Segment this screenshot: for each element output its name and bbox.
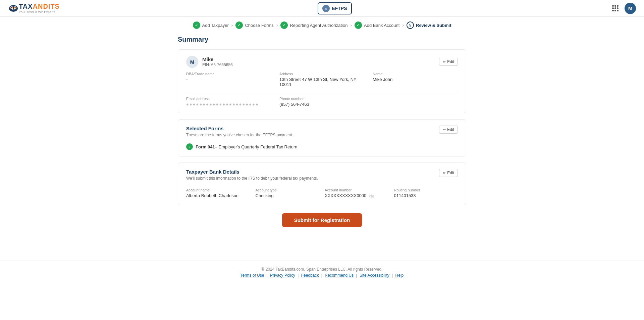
page-title: Summary xyxy=(178,36,466,43)
forms-pencil-icon: ✏ xyxy=(443,128,446,132)
step-check-add-taxpayer: ✓ xyxy=(193,21,200,29)
submit-button[interactable]: Submit for Registration xyxy=(282,213,362,227)
form-check-icon: ✓ xyxy=(186,143,193,150)
account-name-item: Account name Alberta Bobbeth Charleson xyxy=(186,188,250,199)
name-value: Mike John xyxy=(373,77,458,82)
site-accessibility-link[interactable]: Site Accessibility xyxy=(360,273,389,278)
grid-menu-button[interactable] xyxy=(610,3,621,14)
divider xyxy=(186,92,458,92)
step-arrow-1: › xyxy=(231,22,233,28)
step-arrow-4: › xyxy=(402,22,404,28)
account-name-value: Alberta Bobbeth Charleson xyxy=(186,193,250,198)
step-label-add-taxpayer: Add Taxpayer xyxy=(202,23,229,28)
form-941-item: ✓ Form 941– Employer's Quarterly Federal… xyxy=(186,143,458,150)
dba-label: DBA/Trade name xyxy=(186,72,271,76)
step-num-review-submit: 5 xyxy=(407,21,414,29)
forms-title-group: Selected Forms These are the forms you'v… xyxy=(186,126,293,141)
help-link[interactable]: Help xyxy=(395,273,404,278)
form-label: Form 941– Employer's Quarterly Federal T… xyxy=(196,144,298,149)
bank-pencil-icon: ✏ xyxy=(443,171,446,175)
account-number-value: XXXXXXXXXXX0000 xyxy=(325,193,389,199)
address-label: Address xyxy=(279,72,365,76)
step-reporting-agent: ✓ Reporting Agent Authorization xyxy=(280,21,347,29)
submit-row: Submit for Registration xyxy=(178,213,466,227)
bank-details-grid: Account name Alberta Bobbeth Charleson A… xyxy=(186,188,458,199)
account-number-item: Account number XXXXXXXXXXX0000 xyxy=(325,188,389,199)
name-item: Name Mike John xyxy=(373,72,458,87)
logo: TAXANDITS Your 1099 & W2 Experts xyxy=(8,3,60,14)
step-label-reporting-agent: Reporting Agent Authorization xyxy=(290,23,347,28)
name-label: Name xyxy=(373,72,458,76)
account-type-value: Checking xyxy=(256,193,320,198)
routing-number-value: 011401533 xyxy=(394,193,458,198)
form-desc: – Employer's Quarterly Federal Tax Retur… xyxy=(215,144,298,149)
header-right: M xyxy=(610,3,636,14)
feedback-link[interactable]: Feedback xyxy=(301,273,319,278)
forms-section-title: Selected Forms xyxy=(186,126,293,131)
phone-item: Phone number (857) 564-7463 xyxy=(279,97,365,107)
eftps-label: EFTPS xyxy=(332,6,347,11)
forms-header-row: Selected Forms These are the forms you'v… xyxy=(186,126,458,141)
bank-details-card: Taxpayer Bank Details We'll submit this … xyxy=(178,163,466,205)
dba-value: - xyxy=(186,77,271,82)
account-type-label: Account type xyxy=(256,188,320,192)
step-add-taxpayer: ✓ Add Taxpayer xyxy=(193,21,229,29)
step-label-add-bank: Add Bank Account xyxy=(364,23,399,28)
bank-edit-label: Edit xyxy=(447,171,454,175)
taxpayer-edit-button[interactable]: ✏ Edit xyxy=(439,58,458,66)
email-value: ●●●●●●●●●●●●●●●●●●●●●● xyxy=(186,102,271,107)
logo-owl-icon xyxy=(8,5,18,12)
selected-forms-card: Selected Forms These are the forms you'v… xyxy=(178,119,466,156)
grid-dots-icon xyxy=(612,5,619,11)
routing-number-item: Routing number 011401533 xyxy=(394,188,458,199)
phone-label: Phone number xyxy=(279,97,365,101)
eftps-icon: $ xyxy=(322,5,330,12)
dba-item: DBA/Trade name - xyxy=(186,72,271,87)
address-value: 13th Street 47 W 13th St, New York, NY 1… xyxy=(279,77,365,87)
eftps-button[interactable]: $ EFTPS xyxy=(318,2,352,14)
bank-header-row: Taxpayer Bank Details We'll submit this … xyxy=(186,169,458,185)
address-item: Address 13th Street 47 W 13th St, New Yo… xyxy=(279,72,365,87)
taxpayer-contact-grid: Email address ●●●●●●●●●●●●●●●●●●●●●● Pho… xyxy=(186,97,458,107)
forms-section-subtitle: These are the forms you've chosen for th… xyxy=(186,133,293,137)
account-type-item: Account type Checking xyxy=(256,188,320,199)
step-check-choose-forms: ✓ xyxy=(235,21,243,29)
step-label-review-submit: Review & Submit xyxy=(416,23,451,28)
taxpayer-details-grid: DBA/Trade name - Address 13th Street 47 … xyxy=(186,72,458,87)
taxpayer-name-ein: Mike EIN: 66-7665656 xyxy=(202,56,233,67)
taxpayer-card-header: M Mike EIN: 66-7665656 ✏ Edit xyxy=(186,56,458,68)
main-content: Summary M Mike EIN: 66-7665656 ✏ Edit DB… xyxy=(171,32,473,247)
svg-point-0 xyxy=(9,5,18,12)
bank-edit-button[interactable]: ✏ Edit xyxy=(439,169,458,177)
step-arrow-2: › xyxy=(276,22,278,28)
step-check-add-bank: ✓ xyxy=(355,21,362,29)
svg-text:$: $ xyxy=(325,7,327,10)
taxpayer-info-row: M Mike EIN: 66-7665656 xyxy=(186,56,233,68)
account-name-label: Account name xyxy=(186,188,250,192)
taxpayer-name: Mike xyxy=(202,56,233,62)
email-item: Email address ●●●●●●●●●●●●●●●●●●●●●● xyxy=(186,97,271,107)
phone-value: (857) 564-7463 xyxy=(279,102,365,107)
bank-section-subtitle: We'll submit this information to the IRS… xyxy=(186,176,318,181)
footer: © 2024 TaxBandits.com, Span Enterprises … xyxy=(0,261,644,284)
svg-point-5 xyxy=(11,7,12,8)
pencil-icon: ✏ xyxy=(443,60,446,64)
forms-edit-label: Edit xyxy=(447,127,454,132)
taxpayer-edit-label: Edit xyxy=(447,59,454,64)
logo-sub: Your 1099 & W2 Experts xyxy=(19,10,60,14)
account-number-label: Account number xyxy=(325,188,389,192)
privacy-link[interactable]: Privacy Policy xyxy=(270,273,295,278)
forms-edit-button[interactable]: ✏ Edit xyxy=(439,126,458,134)
eye-icon[interactable] xyxy=(369,193,374,199)
taxpayer-card: M Mike EIN: 66-7665656 ✏ Edit DBA/Trade … xyxy=(178,49,466,113)
email-label: Email address xyxy=(186,97,271,101)
footer-links: Terms of Use | Privacy Policy | Feedback… xyxy=(6,273,638,278)
stepper: ✓ Add Taxpayer › ✓ Choose Forms › ✓ Repo… xyxy=(0,17,644,32)
recommend-link[interactable]: Recommend Us xyxy=(325,273,354,278)
terms-link[interactable]: Terms of Use xyxy=(240,273,264,278)
step-choose-forms: ✓ Choose Forms xyxy=(235,21,273,29)
header-center: $ EFTPS xyxy=(318,2,352,14)
user-avatar[interactable]: M xyxy=(625,3,636,14)
taxpayer-ein: EIN: 66-7665656 xyxy=(202,62,233,67)
step-add-bank: ✓ Add Bank Account xyxy=(355,21,399,29)
